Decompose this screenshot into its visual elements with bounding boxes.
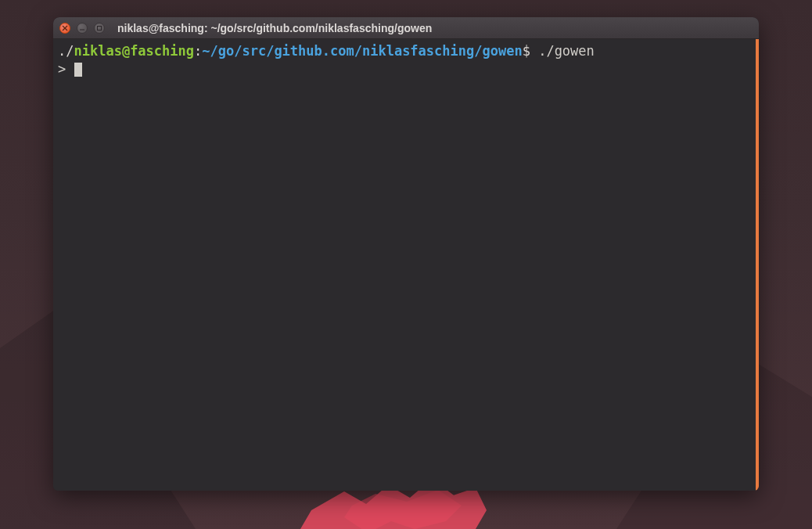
prompt-cwd: ~/go/src/github.com/niklasfasching/gowen — [202, 43, 522, 59]
repl-line: > — [58, 60, 754, 78]
prompt-line: ./niklas@fasching:~/go/src/github.com/ni… — [58, 42, 754, 60]
maximize-button[interactable] — [94, 23, 105, 34]
prompt-user-host: niklas@fasching — [74, 43, 194, 59]
window-title: niklas@fasching: ~/go/src/github.com/nik… — [117, 22, 432, 34]
window-titlebar[interactable]: niklas@fasching: ~/go/src/github.com/nik… — [53, 17, 759, 39]
prompt-symbol: $ — [523, 43, 530, 59]
svg-rect-3 — [98, 26, 102, 30]
minimize-button[interactable] — [77, 23, 88, 34]
scrollbar[interactable] — [756, 39, 759, 491]
repl-prompt: > — [58, 61, 74, 77]
terminal-content[interactable]: ./niklas@fasching:~/go/src/github.com/ni… — [53, 39, 759, 491]
minimize-icon — [79, 25, 85, 31]
command-text: ./gowen — [530, 43, 595, 59]
close-button[interactable] — [59, 23, 70, 34]
prompt-separator: : — [194, 43, 202, 59]
window-controls — [59, 23, 105, 34]
terminal-window: niklas@fasching: ~/go/src/github.com/nik… — [53, 17, 759, 491]
maximize-icon — [96, 25, 102, 31]
cursor-icon — [74, 63, 82, 77]
prompt-prefix: ./ — [58, 43, 74, 59]
close-icon — [62, 25, 68, 31]
